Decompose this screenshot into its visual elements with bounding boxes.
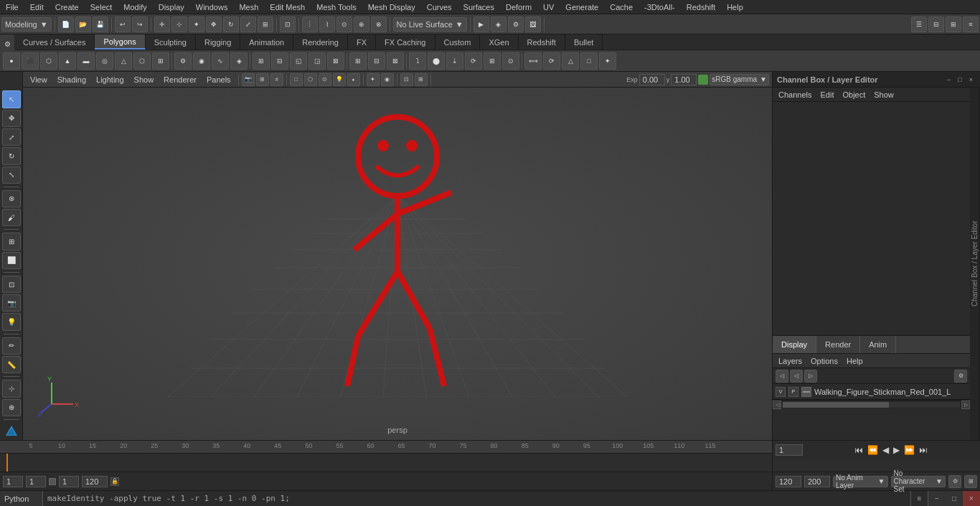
menu-cache[interactable]: Cache: [604, 1, 639, 13]
outliner-button[interactable]: ≡: [963, 17, 979, 32]
vp-hud-btn[interactable]: ⊞: [256, 73, 269, 86]
right-detach-btn[interactable]: □: [955, 75, 964, 84]
show-manip-tool[interactable]: ⊞: [2, 233, 21, 250]
tab-animation[interactable]: Animation: [240, 34, 293, 50]
tab-rendering[interactable]: Rendering: [293, 34, 348, 50]
paint-tool-button[interactable]: ✦: [189, 17, 204, 32]
menu-curves[interactable]: Curves: [421, 1, 458, 13]
ipr-render-button[interactable]: ◈: [491, 17, 507, 32]
render-view-button[interactable]: 🖼: [525, 17, 541, 32]
rivet-tool[interactable]: ⊕: [2, 399, 21, 416]
last-tool-button[interactable]: ⊞: [258, 17, 273, 32]
current-frame-bottom-input[interactable]: [26, 476, 46, 487]
vp-menu-panels[interactable]: Panels: [202, 74, 235, 85]
go-to-start-button[interactable]: ⏮: [853, 445, 864, 455]
scale-tool-left[interactable]: ⤡: [2, 167, 21, 184]
shelf-disk[interactable]: ◉: [193, 52, 210, 70]
shelf-pyramid[interactable]: ⬡: [133, 52, 151, 70]
menu-3dto[interactable]: -3DtoAll-: [639, 1, 681, 13]
menu-display[interactable]: Display: [153, 1, 190, 13]
rotate-tool-left[interactable]: ↻: [2, 147, 21, 164]
layer-color-swatch[interactable]: [801, 387, 811, 397]
shelf-retopo[interactable]: ⊞: [484, 52, 501, 70]
shelf-triangulate[interactable]: △: [562, 52, 579, 70]
move-tool-left[interactable]: ⤢: [2, 128, 21, 146]
menu-file[interactable]: File: [0, 1, 24, 13]
menu-mesh-tools[interactable]: Mesh Tools: [311, 1, 362, 13]
viewport-canvas[interactable]: X Y Z persp: [23, 88, 772, 440]
tab-custom[interactable]: Custom: [435, 34, 481, 50]
char-set-extra-btn[interactable]: ⊞: [964, 475, 977, 488]
shelf-plane[interactable]: ▬: [77, 52, 95, 70]
menu-mesh[interactable]: Mesh: [233, 1, 264, 13]
vp-shadow-btn[interactable]: ⬥: [347, 73, 360, 86]
layer-v-button[interactable]: V: [776, 387, 786, 397]
menu-mesh-display[interactable]: Mesh Display: [362, 1, 421, 13]
current-frame-input[interactable]: [776, 444, 803, 456]
lasso-tool-button[interactable]: ⊹: [171, 17, 187, 32]
shelf-cone[interactable]: ▲: [59, 52, 76, 70]
render-region-tool[interactable]: ⊡: [2, 276, 21, 293]
layer-add-btn[interactable]: ◁: [776, 370, 788, 383]
shelf-remesh[interactable]: ⟳: [465, 52, 482, 70]
vp-wireframe-btn[interactable]: □: [290, 73, 303, 86]
layer-opts-btn[interactable]: ⚙: [954, 370, 967, 383]
shelf-extract[interactable]: ⊠: [327, 52, 344, 70]
vp-menu-show[interactable]: Show: [130, 74, 159, 85]
render-button[interactable]: ▶: [473, 17, 489, 32]
tab-redshift[interactable]: Redshift: [519, 34, 565, 50]
tab-curves-surfaces[interactable]: Curves / Surfaces: [14, 34, 95, 50]
playback-speed-input[interactable]: [776, 476, 801, 487]
shelf-boolean-union[interactable]: ⊞: [349, 52, 367, 70]
tab-polygons[interactable]: Polygons: [95, 34, 145, 50]
tab-bullet[interactable]: Bullet: [565, 34, 603, 50]
snap-surface-button[interactable]: ⊗: [371, 17, 387, 32]
workspace-dropdown[interactable]: Modeling ▼: [1, 17, 52, 32]
go-to-end-button[interactable]: ⏭: [918, 445, 929, 455]
layer-menu-help[interactable]: Help: [844, 356, 866, 366]
tab-settings-btn[interactable]: ⚙: [0, 34, 14, 53]
layer-menu-options[interactable]: Options: [808, 356, 841, 366]
menu-select[interactable]: Select: [85, 1, 118, 13]
vp-isolate-btn[interactable]: ◉: [381, 73, 394, 86]
shelf-reduce[interactable]: ⇣: [446, 52, 463, 70]
vp-menu-renderer[interactable]: Renderer: [159, 74, 201, 85]
right-minimize-btn[interactable]: −: [944, 75, 953, 84]
right-close-btn[interactable]: ×: [966, 75, 976, 84]
tab-sculpting[interactable]: Sculpting: [146, 34, 196, 50]
shelf-merge[interactable]: ⊟: [271, 52, 288, 70]
shelf-boolean-int[interactable]: ⊠: [387, 52, 404, 70]
frame-value-input[interactable]: [59, 476, 79, 487]
new-file-button[interactable]: 📄: [58, 17, 74, 32]
display-tab-display[interactable]: Display: [773, 336, 816, 353]
snap-curve-button[interactable]: ⌇: [319, 17, 335, 32]
cb-menu-channels[interactable]: Channels: [776, 89, 814, 100]
undo-button[interactable]: ↩: [115, 17, 131, 32]
shelf-boolean-diff[interactable]: ⊟: [368, 52, 385, 70]
cb-menu-object[interactable]: Object: [839, 89, 868, 100]
shelf-bridge[interactable]: ⤵: [409, 52, 426, 70]
tab-xgen[interactable]: XGen: [480, 34, 518, 50]
shelf-sphere[interactable]: ●: [3, 52, 20, 70]
exposure-input[interactable]: [639, 74, 665, 85]
channel-box-button[interactable]: ☰: [911, 17, 927, 32]
display-tab-anim[interactable]: Anim: [860, 336, 896, 353]
vp-menu-view[interactable]: View: [26, 74, 52, 85]
measure-tool[interactable]: 📏: [2, 356, 21, 373]
layer-p-button[interactable]: P: [788, 387, 798, 397]
menu-uv[interactable]: UV: [537, 1, 560, 13]
python-expand-btn[interactable]: ≡: [910, 491, 928, 506]
layer-remove-btn[interactable]: ▷: [804, 370, 817, 383]
anim-layer-dropdown[interactable]: No Anim Layer ▼: [833, 476, 888, 487]
tool-settings-button[interactable]: ⊞: [946, 17, 961, 32]
tab-fx-caching[interactable]: FX Caching: [376, 34, 435, 50]
move-pivot-tool[interactable]: ✥: [2, 110, 21, 127]
timeline-track[interactable]: [0, 454, 772, 472]
char-set-dropdown[interactable]: No Character Set ▼: [891, 476, 946, 487]
shelf-prism[interactable]: △: [115, 52, 132, 70]
snap-proj-button[interactable]: ⊕: [354, 17, 369, 32]
vp-menu-shading[interactable]: Shading: [53, 74, 90, 85]
vp-aa-btn[interactable]: ⊞: [415, 73, 428, 86]
shelf-cylinder[interactable]: ⬡: [40, 52, 57, 70]
render-settings-button[interactable]: ⚙: [508, 17, 524, 32]
